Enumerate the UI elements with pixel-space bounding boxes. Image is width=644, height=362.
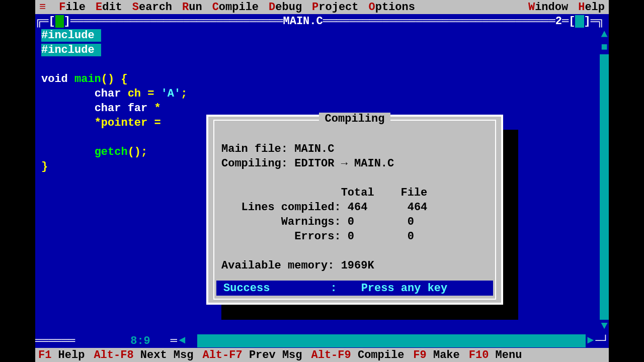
dialog-title: Compiling — [214, 113, 495, 125]
window-title: MAIN.C — [283, 15, 323, 28]
menu-indow[interactable]: Window — [528, 1, 568, 14]
close-icon[interactable]: ■ — [55, 15, 64, 28]
scroll-up-icon[interactable]: ▲ — [600, 28, 609, 41]
status-menu[interactable]: F10 Menu — [469, 349, 522, 361]
status-prompt: Press any key — [361, 282, 448, 295]
menu-bar: ≡ File Edit Search Run Compile Debug Pro… — [35, 0, 609, 14]
status-make[interactable]: F9 Make — [413, 349, 459, 361]
menu-un[interactable]: Run — [182, 1, 202, 14]
menu-ompile[interactable]: Compile — [212, 1, 259, 14]
dialog-body: Main file: MAIN.C Compiling: EDITOR → MA… — [214, 121, 495, 273]
scroll-right-icon[interactable]: ► — [586, 334, 596, 347]
status-next msg[interactable]: Alt-F8 Next Msg — [94, 349, 193, 361]
scroll-thumb[interactable]: ■ — [600, 41, 609, 54]
window-number: 2 — [555, 15, 562, 28]
status-prev msg[interactable]: Alt-F7 Prev Msg — [202, 349, 302, 361]
vertical-scrollbar[interactable]: ▲ ■ ▼ — [600, 28, 609, 333]
menu-elp[interactable]: Help — [578, 1, 605, 14]
dialog-status-bar: Success : Press any key — [216, 281, 493, 296]
menu-dit[interactable]: Edit — [96, 1, 122, 14]
system-menu-icon[interactable]: ≡ — [39, 1, 46, 14]
window-titlebar: ╔═[■]════════════════════════════════ MA… — [35, 14, 609, 28]
editor-window: ╔═[■]════════════════════════════════ MA… — [35, 14, 609, 348]
horizontal-scrollbar: ══════ 8:9 ═ ◄ ► ─┘ — [35, 334, 609, 348]
cursor-position: 8:9 — [130, 335, 150, 347]
hscroll-thumb[interactable] — [187, 334, 197, 347]
scroll-left-icon[interactable]: ◄ — [177, 334, 187, 347]
status-bar: F1 Help Alt-F8 Next Msg Alt-F7 Prev Msg … — [35, 348, 609, 362]
menu-ptions[interactable]: Options — [369, 1, 415, 14]
scroll-down-icon[interactable]: ▼ — [600, 320, 609, 333]
menu-ebug[interactable]: Debug — [269, 1, 302, 14]
status-compile[interactable]: Alt-F9 Compile — [311, 349, 405, 361]
menu-roject[interactable]: Project — [312, 1, 358, 14]
status-message: Success — [223, 282, 270, 295]
compile-dialog[interactable]: Compiling Main file: MAIN.C Compiling: E… — [206, 115, 503, 305]
status-help[interactable]: F1 Help — [38, 349, 85, 361]
menu-ile[interactable]: File — [59, 1, 86, 14]
menu-earch[interactable]: Search — [132, 1, 172, 14]
maximize-icon[interactable]: ↕ — [575, 15, 584, 28]
